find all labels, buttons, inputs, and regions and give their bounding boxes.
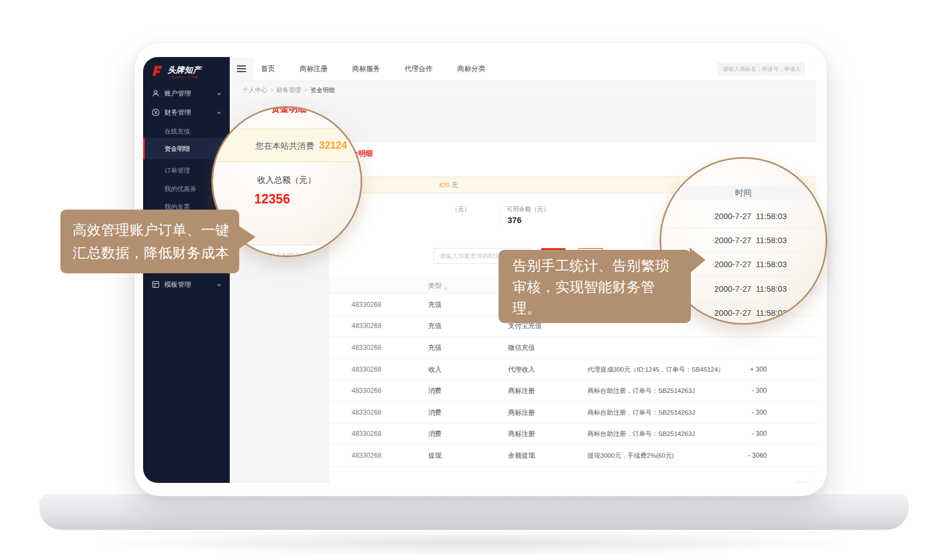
- magnified-banner-amount: 32124: [319, 140, 347, 151]
- breadcrumb-item[interactable]: 财务管理: [276, 87, 301, 93]
- stats-divider: [499, 206, 500, 225]
- template-icon: [151, 281, 160, 289]
- topbar: 首页商标注册商标服务代理合作商标分类: [230, 57, 816, 80]
- sidebar-item-在线充值[interactable]: 在线充值: [143, 123, 230, 140]
- cell-order-no: 48330268: [352, 344, 381, 352]
- banner-tail-number: 820: [439, 182, 449, 188]
- magnified-income-label: 收入总额（元）: [257, 175, 316, 186]
- chevron-down-icon: ∨: [444, 286, 447, 291]
- cell-order-no: 48330268: [352, 409, 381, 416]
- cell-order-no: 48330268: [352, 301, 381, 309]
- hamburger-button[interactable]: [230, 57, 253, 80]
- floor-shadow: [78, 530, 870, 557]
- hamburger-icon: [237, 65, 246, 72]
- callout-left-line: 高效管理账户订单、一键: [73, 219, 239, 241]
- sidebar-item-label: 财务管理: [164, 108, 191, 117]
- stat-middle-label: （元）: [452, 205, 470, 213]
- nav-item-商标分类[interactable]: 商标分类: [457, 64, 485, 74]
- table-row[interactable]: 48330268提现余额提现提现3000元，手续费2%(60元)- 3060¥1…: [329, 445, 816, 467]
- finance-icon: [151, 108, 160, 117]
- cell-desc: 商标自助注册，订单号：SB2514263J: [587, 408, 695, 416]
- sidebar-item-label: 账户管理: [164, 89, 191, 98]
- cell-amount: - 3060: [748, 452, 767, 459]
- search-input[interactable]: [717, 62, 805, 75]
- cell-order-no: 48330268: [352, 322, 381, 330]
- cell-project: 商标注册: [508, 386, 535, 396]
- breadcrumb-separator: >: [270, 87, 273, 93]
- nav-item-首页[interactable]: 首页: [261, 64, 275, 74]
- nav-item-代理合作[interactable]: 代理合作: [405, 64, 433, 74]
- cell-type: 消费: [428, 386, 442, 396]
- sidebar-item-label: 我的优惠券: [164, 185, 197, 193]
- magnified-banner-prefix: 您在本站共消费: [255, 141, 314, 150]
- pagination-prev-button[interactable]: ‹: [794, 482, 807, 483]
- sidebar-item-label: 在线充值: [164, 127, 190, 136]
- callout-right-line: 理。: [513, 297, 691, 319]
- page-button-1[interactable]: 1: [810, 482, 816, 483]
- pagination: ‹12345: [329, 482, 816, 483]
- cell-type: 收入: [428, 364, 442, 374]
- sidebar-item-账户管理[interactable]: 账户管理: [143, 83, 230, 104]
- cell-order-no: 48330268: [352, 452, 381, 459]
- cell-project: 商标注册: [508, 407, 535, 417]
- cell-type: 消费: [428, 429, 442, 439]
- cell-type: 充值: [428, 300, 442, 309]
- cell-desc: 商标自助注册，订单号：SB2514263J: [587, 387, 695, 395]
- banner-amount-tail: 820元: [439, 177, 458, 193]
- sidebar-item-label: 资金明细: [164, 145, 190, 153]
- magnified-consumption-banner: 您在本站共消费32124: [213, 129, 361, 162]
- laptop-base: [39, 494, 909, 530]
- magnified-time-header: 时间: [661, 186, 826, 200]
- sidebar-item-label: 模板管理: [164, 280, 191, 290]
- brand-tagline: TOUPAI.COM: [169, 75, 198, 79]
- stat-balance-label: 可用余额（元）: [506, 205, 549, 213]
- nav-item-商标服务[interactable]: 商标服务: [352, 64, 380, 74]
- cell-type: 充值: [428, 343, 442, 352]
- top-navigation: 首页商标注册商标服务代理合作商标分类: [261, 57, 485, 80]
- table-row[interactable]: 48330268充值微信充值: [329, 337, 816, 359]
- table-row[interactable]: 48330268消费商标注册商标自助注册，订单号：SB2514263J- 300…: [329, 402, 816, 424]
- nav-item-商标注册[interactable]: 商标注册: [300, 64, 328, 74]
- callout-right: 告别手工统计、告别繁琐审核，实现智能财务管理。: [499, 250, 691, 323]
- breadcrumb-item[interactable]: 个人中心: [243, 87, 267, 93]
- table-header-type[interactable]: 类型∨: [428, 281, 442, 291]
- cell-project: 微信充值: [508, 343, 535, 352]
- cell-type: 消费: [428, 407, 442, 417]
- brand-logo[interactable]: 头牌知产 TOUPAI.COM: [150, 64, 229, 83]
- magnified-page-title: 资金明细: [271, 108, 307, 115]
- callout-left-line: 汇总数据，降低财务成本: [73, 241, 239, 264]
- brand-name: 头牌知产: [168, 65, 201, 75]
- table-row[interactable]: 48330268消费商标注册商标自助注册，订单号：SB2514263J- 300…: [329, 424, 816, 445]
- callout-right-arrow-icon: [690, 248, 705, 273]
- cell-project: 代理收入: [508, 364, 535, 374]
- chevron-down-icon: [216, 91, 222, 96]
- magnified-time-row: 2000-7-27 11:58:03: [661, 229, 826, 253]
- cell-type: 提现: [428, 450, 442, 460]
- callout-left: 高效管理账户订单、一键汇总数据，降低财务成本: [60, 210, 239, 273]
- magnified-income-value: 12356: [254, 192, 290, 207]
- cell-desc: 商标自助注册，订单号：SB2514263J: [587, 430, 695, 438]
- breadcrumb-separator: >: [304, 87, 307, 93]
- callout-left-arrow-icon: [239, 226, 255, 249]
- cell-project: 商标注册: [508, 429, 535, 439]
- chevron-up-icon: [216, 110, 222, 115]
- sidebar-item-label: 订单管理: [164, 167, 190, 175]
- callout-right-line: 审核，实现智能财务管: [513, 276, 691, 297]
- sidebar-item-模板管理[interactable]: 模板管理: [143, 274, 230, 295]
- cell-desc: 代理提成300元（ID:1245，订单号：SB45124）: [587, 365, 724, 373]
- cell-amount: - 300: [752, 409, 767, 416]
- cell-desc: 提现3000元，手续费2%(60元): [587, 451, 674, 459]
- magnified-time-row: 2000-7-27 11:58:03: [661, 205, 826, 229]
- cell-order-no: 48330268: [352, 387, 381, 395]
- cell-type: 充值: [428, 321, 442, 331]
- cell-order-no: 48330268: [352, 366, 381, 373]
- user-icon: [151, 89, 160, 98]
- cell-amount: - 300: [752, 430, 767, 438]
- banner-unit: 元: [452, 182, 458, 188]
- table-row[interactable]: 48330268消费商标注册商标自助注册，订单号：SB2514263J- 300…: [329, 380, 816, 402]
- sidebar-item-财务管理[interactable]: 财务管理: [143, 102, 230, 123]
- breadcrumb: 个人中心>财务管理>资金明细: [230, 80, 816, 98]
- cell-project: 余额提现: [508, 450, 535, 460]
- table-row[interactable]: 48330268收入代理收入代理提成300元（ID:1245，订单号：SB451…: [329, 359, 816, 381]
- callout-right-line: 告别手工统计、告别繁琐: [513, 255, 691, 276]
